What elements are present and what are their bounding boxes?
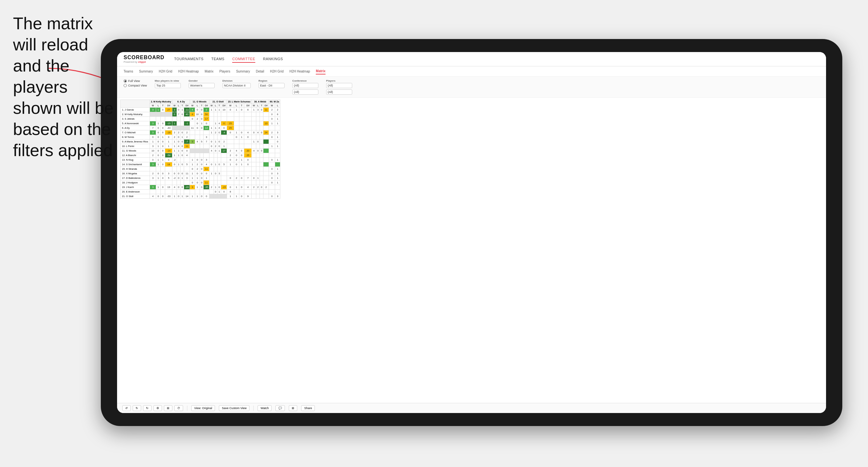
conference-select2[interactable]: (All) bbox=[292, 89, 318, 95]
refresh-button[interactable]: ↻ bbox=[143, 405, 152, 411]
col-header-p21: 21. O Stoll bbox=[210, 100, 227, 104]
nav-teams[interactable]: TEAMS bbox=[211, 56, 224, 63]
nav-committee[interactable]: COMMITTEE bbox=[232, 56, 255, 63]
col-header-p2: 2. M Kelly Mulcahy bbox=[150, 100, 173, 104]
col-header-name bbox=[121, 100, 150, 107]
sub-nav: Teams Summary H2H Grid H2H Heatmap Matri… bbox=[117, 66, 826, 77]
sh-l5: L bbox=[234, 104, 239, 107]
comment-button[interactable]: 💬 bbox=[275, 405, 285, 411]
table-row: 9. A Maria Jimenez Rios 1001 100-7 3457 … bbox=[121, 139, 280, 144]
table-row: 15. H Stranda 02011 01 bbox=[121, 167, 280, 172]
player-name: 9. A Maria Jimenez Rios bbox=[121, 139, 150, 144]
region-label: Region bbox=[258, 80, 285, 82]
player-name: 2. M Kelly Mulcahy bbox=[121, 112, 150, 117]
table-row: 20. E Andersson 010 8 bbox=[121, 190, 280, 194]
table-row: 12. A Bianchi 200-58 1104 20025 bbox=[121, 153, 280, 158]
player-name: 12. A Bianchi bbox=[121, 153, 150, 158]
player-name: 14. S Srichantamit bbox=[121, 162, 150, 167]
grid-button[interactable]: ⊞ bbox=[289, 405, 297, 411]
region-filter: Region East - DII bbox=[258, 80, 285, 88]
sh-dif2: Dif bbox=[184, 104, 190, 107]
player-name: 21. O Stoll bbox=[121, 194, 150, 199]
view-options: Full View Compact View bbox=[124, 80, 147, 87]
nav-rankings[interactable]: RANKINGS bbox=[263, 56, 283, 63]
sh-w1: W bbox=[150, 104, 156, 107]
subnav-matrix2[interactable]: Matrix bbox=[316, 68, 325, 74]
watch-button[interactable]: Watch bbox=[257, 405, 272, 411]
compact-view-option[interactable]: Compact View bbox=[124, 84, 147, 87]
players-select2[interactable]: (All) bbox=[326, 89, 352, 95]
table-row: 8. M Torres 0010 2012 3 010 01 bbox=[121, 135, 280, 139]
matrix-container[interactable]: 2. M Kelly Mulcahy 6. A Dy 11. G Woods 2… bbox=[117, 98, 826, 403]
clock-button[interactable]: ⏱ bbox=[174, 405, 183, 411]
sh-t1: T bbox=[161, 104, 165, 107]
conference-label: Conference bbox=[292, 80, 318, 82]
subnav-summary2[interactable]: Summary bbox=[236, 69, 250, 74]
player-name: 1. J Garcia bbox=[121, 107, 150, 112]
conference-select1[interactable]: (All) bbox=[292, 83, 318, 88]
settings-button[interactable]: ⚙ bbox=[154, 405, 162, 411]
sh-w2: W bbox=[173, 104, 177, 107]
col-header-p6: 6. A Dy bbox=[173, 100, 190, 104]
logo-area: SCOREBOARD Powered by clippd bbox=[124, 55, 164, 63]
sh-w5: W bbox=[227, 104, 234, 107]
subnav-h2h-heatmap2[interactable]: H2H Heatmap bbox=[289, 69, 310, 74]
subnav-teams[interactable]: Teams bbox=[124, 69, 133, 74]
table-row: 13. N Klug 0110 -2 1003 0210 01 bbox=[121, 158, 280, 162]
save-custom-button[interactable]: Save Custom View bbox=[219, 405, 249, 411]
subnav-matrix[interactable]: Matrix bbox=[205, 69, 213, 74]
redo-button[interactable]: ↻ bbox=[133, 405, 141, 411]
player-name: 11. G Woods bbox=[121, 149, 150, 153]
share-button[interactable]: Share bbox=[301, 405, 315, 411]
subnav-h2h-grid[interactable]: H2H Grid bbox=[159, 69, 173, 74]
player-name: 17. D Ballesteros bbox=[121, 176, 150, 181]
table-row: 3. S Jelinek 02017 01 bbox=[121, 117, 280, 121]
sh-dif6: Dif bbox=[264, 104, 269, 107]
table-row: 16. X Mcgaha 2003 00011 1000 103 03 bbox=[121, 172, 280, 176]
zoom-button[interactable]: ⊞ bbox=[164, 405, 173, 411]
sh-w4: W bbox=[210, 104, 214, 107]
subnav-detail[interactable]: Detail bbox=[256, 69, 265, 74]
full-view-radio[interactable] bbox=[124, 80, 127, 83]
sh-dif4: Dif bbox=[221, 104, 227, 107]
undo-button[interactable]: ↺ bbox=[122, 405, 131, 411]
table-row: 18. J Hodgson 00011 01 bbox=[121, 181, 280, 185]
sh-l6: L bbox=[256, 104, 259, 107]
subnav-summary[interactable]: Summary bbox=[139, 69, 153, 74]
nav-items: TOURNAMENTS TEAMS COMMITTEE RANKINGS bbox=[174, 56, 283, 63]
toolbar-separator2 bbox=[253, 406, 254, 411]
player-name: 19. J Karrh bbox=[121, 185, 150, 190]
sh-w7: W bbox=[269, 104, 275, 107]
region-select[interactable]: East - DII bbox=[258, 83, 285, 88]
subnav-h2h-grid2[interactable]: H2H Grid bbox=[270, 69, 284, 74]
view-original-button[interactable]: View: Original bbox=[191, 405, 215, 411]
player-name: 16. X Mcgaha bbox=[121, 172, 150, 176]
sh-t3: T bbox=[200, 104, 204, 107]
table-row: 10. L Perini 3101 14011 0201 11 bbox=[121, 144, 280, 149]
table-row: 2. M Kelly Mulcahy 07040 410050 06 bbox=[121, 112, 280, 117]
subnav-h2h-heatmap[interactable]: H2H Heatmap bbox=[178, 69, 199, 74]
compact-view-radio[interactable] bbox=[124, 84, 127, 87]
max-players-select[interactable]: Top 25 bbox=[155, 83, 181, 88]
gender-label: Gender bbox=[189, 80, 215, 82]
players-select1[interactable]: (All) bbox=[326, 83, 352, 88]
tablet-screen: SCOREBOARD Powered by clippd TOURNAMENTS… bbox=[117, 52, 826, 413]
subnav-players[interactable]: Players bbox=[219, 69, 230, 74]
table-row: 19. J Karrh 31019 400-20 310-35 210-15 0… bbox=[121, 185, 280, 190]
players-label: Players bbox=[326, 80, 352, 82]
sh-l7: L bbox=[275, 104, 280, 107]
col-header-p23: 23. L Marie Schumac bbox=[227, 100, 252, 104]
gender-select[interactable]: Women's bbox=[189, 83, 215, 88]
player-name: 8. M Torres bbox=[121, 135, 150, 139]
main-content: 2. M Kelly Mulcahy 6. A Dy 11. G Woods 2… bbox=[117, 98, 826, 403]
player-name: 15. H Stranda bbox=[121, 167, 150, 172]
nav-tournaments[interactable]: TOURNAMENTS bbox=[174, 56, 204, 63]
player-name: 13. N Klug bbox=[121, 158, 150, 162]
sh-l2: L bbox=[177, 104, 180, 107]
history-buttons: ↺ ↻ ↻ ⚙ ⊞ ⏱ bbox=[122, 405, 183, 411]
division-select[interactable]: NCAA Division II bbox=[222, 83, 251, 88]
table-row: 11. G Woods 1000-14 1100 40117 24020 400 bbox=[121, 149, 280, 153]
player-name: 3. S Jelinek bbox=[121, 117, 150, 121]
full-view-option[interactable]: Full View bbox=[124, 80, 147, 83]
nav-bar: SCOREBOARD Powered by clippd TOURNAMENTS… bbox=[117, 52, 826, 66]
